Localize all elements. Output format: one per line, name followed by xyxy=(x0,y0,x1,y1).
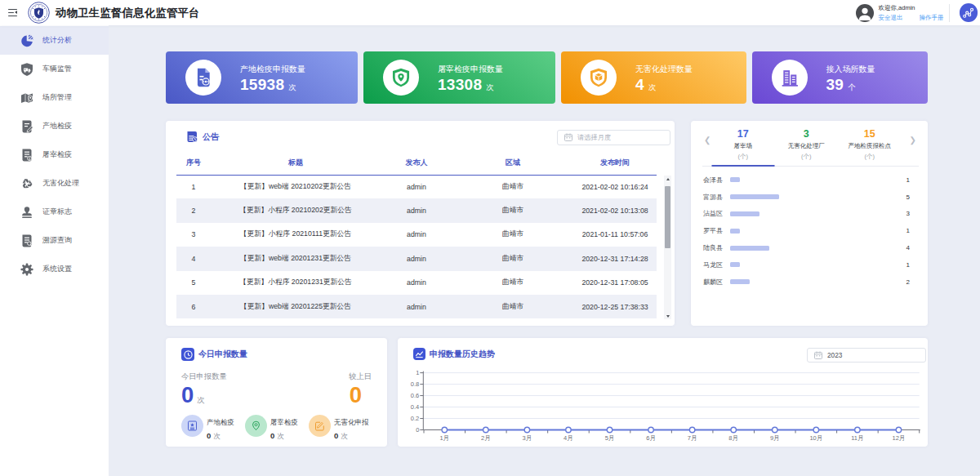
bar-label: 沾益区 xyxy=(703,209,730,218)
share-nodes-button[interactable] xyxy=(960,3,978,22)
app-title: 动物卫生监督信息化监管平台 xyxy=(56,6,200,20)
announcement-row[interactable]: 1【更新】web端 20210202更新公告admin曲靖市2021-02-02… xyxy=(176,175,657,198)
scrollbar-thumb[interactable] xyxy=(665,186,670,248)
place-bar-row: 麒麟区2 xyxy=(691,274,928,291)
column-header-area[interactable]: 区域 xyxy=(452,152,573,175)
today-item-value: 0 xyxy=(207,431,211,440)
scroll-down-icon[interactable] xyxy=(664,313,671,319)
today-item-label: 屠宰检疫 xyxy=(270,418,298,428)
bar-fill xyxy=(730,177,740,182)
trend-line-chart: 00.20.40.60.811月2月3月4月5月6月7月8月9月10月11月12… xyxy=(398,363,928,447)
sidebar-item-trace-query[interactable]: 溯源查询 xyxy=(0,226,109,255)
svg-text:0.4: 0.4 xyxy=(410,403,418,411)
announcement-row[interactable]: 4【更新】web端 20201231更新公告admin曲靖市2020-12-31… xyxy=(176,247,657,270)
announcement-row[interactable]: 6【更新】web端 20201225更新公告admin曲靖市2020-12-25… xyxy=(176,295,657,318)
sidebar-item-places[interactable]: 场所管理 xyxy=(0,83,109,112)
announcement-cell: admin xyxy=(381,223,452,247)
announcement-cell: 6 xyxy=(176,295,211,318)
sidebar-item-slaughter-quarantine[interactable]: 屠宰检疫 xyxy=(0,140,109,169)
sidebar-item-settings[interactable]: 系统设置 xyxy=(0,255,109,283)
calendar-icon xyxy=(814,351,822,359)
announcement-row[interactable]: 2【更新】小程序 20210202更新公告admin曲靖市2021-02-02 … xyxy=(176,198,657,222)
document-search-icon xyxy=(20,234,34,248)
user-avatar[interactable] xyxy=(856,4,874,22)
stat-label: 产地检疫申报数量 xyxy=(240,65,305,73)
scroll-up-icon[interactable] xyxy=(664,176,671,182)
tab-label: 无害化处理厂 xyxy=(775,142,839,150)
stat-icon-circle xyxy=(185,60,221,96)
today-item-origin: 产地检疫 0次 xyxy=(181,415,245,442)
announcement-cell: 曲靖市 xyxy=(452,223,573,247)
top-bar: 动物卫生监督信息化监管平台 欢迎你,admin 安全退出 操作手册 xyxy=(0,0,980,25)
trend-title: 申报数量历史趋势 xyxy=(430,349,495,360)
sidebar-item-label: 证章标志 xyxy=(42,207,72,217)
sidebar-item-vehicles[interactable]: 车辆监管 xyxy=(0,55,109,83)
today-total-label: 今日申报数量 xyxy=(181,371,227,382)
today-item-unit: 次 xyxy=(213,432,220,440)
month-picker-input[interactable]: 请选择月度 xyxy=(557,130,670,145)
bar-track xyxy=(730,177,895,182)
stat-icon-circle xyxy=(383,60,419,96)
announcements-title: 公告 xyxy=(203,131,219,143)
bar-fill xyxy=(730,194,779,199)
table-header-row: 序号 标题 发布人 区域 发布时间 xyxy=(176,152,657,175)
announcement-cell: 2 xyxy=(176,198,211,222)
gear-icon xyxy=(20,262,34,277)
bar-fill xyxy=(730,246,769,251)
announcement-doc-icon xyxy=(186,131,198,143)
sidebar-item-label: 系统设置 xyxy=(42,264,72,274)
tab-value: 15 xyxy=(838,129,902,140)
announcement-cell: 【更新】小程序 20201231更新公告 xyxy=(211,271,381,295)
stat-label: 无害化处理数量 xyxy=(635,65,693,73)
column-header-title[interactable]: 标题 xyxy=(211,152,381,175)
announcement-cell: admin xyxy=(381,247,452,270)
tab-unit: (个) xyxy=(775,153,839,161)
svg-text:12月: 12月 xyxy=(892,434,905,442)
stat-card-harmless-treatment: 无害化处理数量 4 次 xyxy=(561,51,746,104)
bar-value: 1 xyxy=(902,261,910,269)
column-header-index[interactable]: 序号 xyxy=(176,152,211,175)
column-header-time[interactable]: 发布时间 xyxy=(573,152,657,175)
announcement-cell: 4 xyxy=(176,247,211,270)
logout-link[interactable]: 安全退出 xyxy=(879,15,903,21)
stat-unit: 次 xyxy=(288,82,296,93)
announcement-cell: 【更新】小程序 20210111更新公告 xyxy=(211,223,381,247)
sidebar-item-label: 统计分析 xyxy=(42,35,72,46)
place-bar-row: 沾益区3 xyxy=(691,206,928,223)
tab-slaughterhouse[interactable]: 17 屠宰场 (个) xyxy=(711,129,775,161)
year-picker-value: 2023 xyxy=(827,352,842,359)
stamp-icon xyxy=(20,205,34,220)
certificate-icon xyxy=(181,415,203,437)
tab-harmless-plant[interactable]: 3 无害化处理厂 (个) xyxy=(775,129,839,161)
place-bar-row: 罗平县1 xyxy=(691,222,928,239)
announcement-row[interactable]: 3【更新】小程序 20210111更新公告admin曲靖市2021-01-11 … xyxy=(176,223,657,247)
sidebar-item-statistics[interactable]: 统计分析 xyxy=(0,26,109,55)
shield-cube-icon xyxy=(588,67,609,88)
announcement-cell: 曲靖市 xyxy=(452,247,573,270)
carousel-next-icon[interactable]: ❯ xyxy=(910,136,916,145)
today-compare-value: 0 xyxy=(350,384,362,407)
bar-track xyxy=(730,262,895,267)
today-item-unit: 次 xyxy=(341,432,348,440)
document-gear-icon xyxy=(193,67,214,88)
announcement-cell: 【更新】web端 20210202更新公告 xyxy=(211,175,381,198)
collapse-menu-icon[interactable] xyxy=(8,9,17,16)
manual-link[interactable]: 操作手册 xyxy=(920,15,944,21)
table-scrollbar[interactable] xyxy=(664,176,671,319)
sidebar-item-origin-quarantine[interactable]: 产地检疫 xyxy=(0,112,109,140)
svg-text:6月: 6月 xyxy=(646,434,656,442)
place-bar-row: 会泽县1 xyxy=(691,171,928,189)
today-item-value: 0 xyxy=(270,431,274,440)
column-header-publisher[interactable]: 发布人 xyxy=(381,152,452,175)
announcement-cell: 3 xyxy=(176,223,211,247)
sidebar-item-certificates[interactable]: 证章标志 xyxy=(0,198,109,226)
tab-origin-checkpoint[interactable]: 15 产地检疫报检点 (个) xyxy=(838,129,902,161)
year-picker-input[interactable]: 2023 xyxy=(807,348,926,363)
carousel-prev-icon[interactable]: ❮ xyxy=(704,136,710,145)
announcement-row[interactable]: 5【更新】小程序 20201231更新公告admin曲靖市2020-12-31 … xyxy=(176,271,657,295)
bar-value: 5 xyxy=(902,194,910,201)
announcement-cell: 2020-12-25 17:38:33 xyxy=(573,295,657,318)
announcement-cell: 曲靖市 xyxy=(452,295,573,318)
stat-label: 屠宰检疫申报数量 xyxy=(438,65,503,73)
sidebar-item-harmless-treatment[interactable]: 无害化处理 xyxy=(0,169,109,198)
